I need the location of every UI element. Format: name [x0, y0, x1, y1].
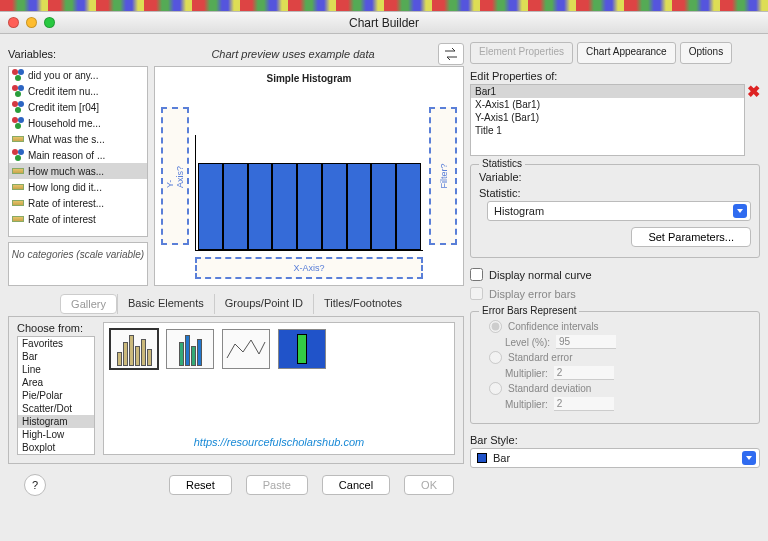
property-row[interactable]: Bar1	[471, 85, 744, 98]
y-axis-dropzone[interactable]: Y-Axis?	[161, 107, 189, 245]
level-label: Level (%):	[505, 337, 550, 348]
lower-tabs: Gallery Basic Elements Groups/Point ID T…	[8, 294, 464, 314]
chart-type-row[interactable]: Favorites	[18, 337, 94, 350]
y-axis-label: Y-Axis?	[165, 164, 185, 188]
swap-xy-button[interactable]	[438, 43, 464, 65]
variable-list[interactable]: did you or any...Credit item nu...Credit…	[8, 66, 148, 237]
bar-style-select[interactable]: Bar	[470, 448, 760, 468]
confidence-radio	[489, 320, 502, 333]
variable-label: Household me...	[28, 118, 101, 129]
property-row[interactable]: Y-Axis1 (Bar1)	[471, 111, 744, 124]
property-row[interactable]: Title 1	[471, 124, 744, 137]
variable-row[interactable]: Rate of interest	[9, 211, 147, 227]
tab-titles-footnotes[interactable]: Titles/Footnotes	[313, 294, 412, 314]
properties-list[interactable]: Bar1X-Axis1 (Bar1)Y-Axis1 (Bar1)Title 1	[470, 84, 745, 156]
filter-label: Filter?	[438, 163, 448, 188]
chart-type-chooser: Choose from: FavoritesBarLineAreaPie/Pol…	[17, 322, 95, 455]
statistics-legend: Statistics	[479, 158, 525, 169]
statistic-value: Histogram	[494, 205, 544, 217]
variable-row[interactable]: Rate of interest...	[9, 195, 147, 211]
tab-options[interactable]: Options	[680, 42, 732, 64]
variable-list-panel: did you or any...Credit item nu...Credit…	[8, 66, 148, 286]
traffic-lights	[8, 17, 55, 28]
tab-groups-pointid[interactable]: Groups/Point ID	[214, 294, 313, 314]
window-title: Chart Builder	[349, 16, 419, 30]
tab-gallery[interactable]: Gallery	[60, 294, 117, 314]
help-button[interactable]: ?	[24, 474, 46, 496]
scale-icon	[12, 133, 24, 145]
chart-type-row[interactable]: Dual Axes	[18, 454, 94, 455]
nominal-icon	[12, 149, 24, 161]
minimize-icon[interactable]	[26, 17, 37, 28]
chart-type-row[interactable]: High-Low	[18, 428, 94, 441]
x-axis-label: X-Axis?	[293, 263, 324, 273]
chart-type-row[interactable]: Bar	[18, 350, 94, 363]
variable-label: What was the s...	[28, 134, 105, 145]
thumb-stacked-histogram[interactable]	[166, 329, 214, 369]
bar-style-label: Bar Style:	[470, 434, 760, 446]
display-normal-curve-label: Display normal curve	[489, 269, 592, 281]
statistic-select[interactable]: Histogram	[487, 201, 751, 221]
thumb-frequency-polygon[interactable]	[222, 329, 270, 369]
chart-type-list[interactable]: FavoritesBarLineAreaPie/PolarScatter/Dot…	[17, 336, 95, 455]
nominal-icon	[12, 117, 24, 129]
multiplier2-input	[554, 397, 614, 411]
statistic-label: Statistic:	[479, 187, 751, 199]
paste-button[interactable]: Paste	[246, 475, 308, 495]
variable-row[interactable]: How long did it...	[9, 179, 147, 195]
display-error-bars-checkbox	[470, 287, 483, 300]
chart-type-row[interactable]: Area	[18, 376, 94, 389]
chart-thumbnails: https://resourcefulscholarshub.com	[103, 322, 455, 455]
chart-type-row[interactable]: Scatter/Dot	[18, 402, 94, 415]
multiplier1-label: Multiplier:	[505, 368, 548, 379]
choose-from-label: Choose from:	[17, 322, 95, 334]
filter-dropzone[interactable]: Filter?	[429, 107, 457, 245]
chart-type-row[interactable]: Line	[18, 363, 94, 376]
chart-type-row[interactable]: Pie/Polar	[18, 389, 94, 402]
cancel-button[interactable]: Cancel	[322, 475, 390, 495]
property-row[interactable]: X-Axis1 (Bar1)	[471, 98, 744, 111]
chart-canvas[interactable]: Simple Histogram Y-Axis? Filter? X-Axis?	[154, 66, 464, 286]
chart-type-row[interactable]: Histogram	[18, 415, 94, 428]
right-tabs: Element Properties Chart Appearance Opti…	[470, 42, 760, 64]
thumb-simple-histogram[interactable]	[110, 329, 158, 369]
stderr-radio	[489, 351, 502, 364]
titlebar: Chart Builder	[0, 12, 768, 34]
variable-row[interactable]: Main reason of ...	[9, 147, 147, 163]
variable-row[interactable]: Credit item nu...	[9, 83, 147, 99]
nominal-icon	[12, 85, 24, 97]
variable-row[interactable]: How much was...	[9, 163, 147, 179]
chart-builder-window: Chart Builder Variables: Chart preview u…	[0, 0, 768, 541]
display-normal-curve-checkbox[interactable]	[470, 268, 483, 281]
swap-icon	[443, 47, 459, 61]
thumb-population-pyramid[interactable]	[278, 329, 326, 369]
variable-row[interactable]: Household me...	[9, 115, 147, 131]
histogram-preview	[195, 135, 423, 251]
tab-chart-appearance[interactable]: Chart Appearance	[577, 42, 676, 64]
chart-type-row[interactable]: Boxplot	[18, 441, 94, 454]
scale-icon	[12, 197, 24, 209]
x-axis-dropzone[interactable]: X-Axis?	[195, 257, 423, 279]
categories-panel: No categories (scale variable)	[8, 242, 148, 286]
background-toolbar	[0, 0, 768, 12]
dialog-footer: ? Reset Paste Cancel OK	[8, 464, 464, 506]
variable-row[interactable]: did you or any...	[9, 67, 147, 83]
variable-row[interactable]: What was the s...	[9, 131, 147, 147]
variable-label: did you or any...	[28, 70, 98, 81]
zoom-icon[interactable]	[44, 17, 55, 28]
multiplier2-label: Multiplier:	[505, 399, 548, 410]
variable-row[interactable]: Credit item [r04]	[9, 99, 147, 115]
tab-basic-elements[interactable]: Basic Elements	[117, 294, 214, 314]
error-bars-group: Error Bars Represent Confidence interval…	[470, 311, 760, 424]
reset-button[interactable]: Reset	[169, 475, 232, 495]
close-icon[interactable]	[8, 17, 19, 28]
set-parameters-button[interactable]: Set Parameters...	[631, 227, 751, 247]
variable-label: Main reason of ...	[28, 150, 105, 161]
delete-element-button[interactable]: ✖	[747, 82, 760, 101]
variable-label: Credit item nu...	[28, 86, 99, 97]
ok-button[interactable]: OK	[404, 475, 454, 495]
tab-element-properties[interactable]: Element Properties	[470, 42, 573, 64]
variable-label: Rate of interest	[28, 214, 96, 225]
bar-style-value: Bar	[493, 452, 510, 464]
multiplier1-input	[554, 366, 614, 380]
